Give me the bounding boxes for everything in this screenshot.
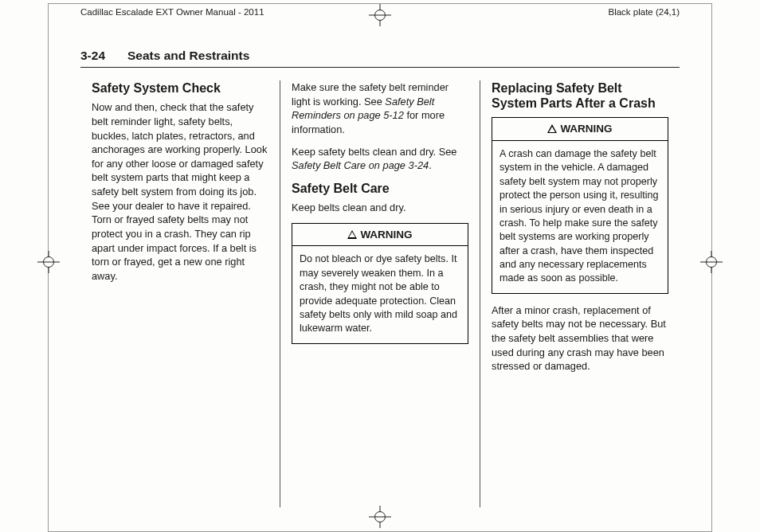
warning-icon [547,124,557,133]
register-mark-right [700,251,723,276]
warning-box: WARNING Do not bleach or dye safety belt… [292,223,468,344]
register-mark-bottom [369,506,391,531]
page-content: 3-24 Seats and Restraints Safety System … [80,49,680,507]
body-text: Now and then, check that the safety belt… [92,100,268,284]
body-text: Keep safety belts clean and dry. See Saf… [292,145,468,173]
running-head: 3-24 Seats and Restraints [80,49,680,68]
column-3: Replacing Safety Belt System Parts After… [480,80,680,507]
body-text: After a minor crash, replacement of safe… [492,303,668,374]
body-text: Keep belts clean and dry. [292,201,468,215]
section-title: Seats and Restraints [127,49,249,63]
heading-safety-system-check: Safety System Check [92,80,268,96]
cross-reference: Safety Belt Care on page 3‑24 [292,159,429,171]
warning-header: WARNING [492,118,668,141]
warning-body: Do not bleach or dye safety belts. It ma… [292,246,468,342]
warning-body: A crash can damage the safety belt syste… [492,141,668,293]
print-header: Cadillac Escalade EXT Owner Manual - 201… [49,4,711,17]
header-right: Black plate (24,1) [609,7,680,17]
warning-icon [347,230,357,239]
warning-header: WARNING [292,224,468,247]
body-text: Make sure the safety belt reminder light… [292,80,468,137]
text-run: . [429,159,432,171]
columns: Safety System Check Now and then, check … [80,80,680,507]
register-mark-left [37,251,60,276]
page-number: 3-24 [80,49,105,63]
text-run: Keep safety belts clean and dry. See [292,146,457,158]
heading-safety-belt-care: Safety Belt Care [292,181,468,196]
column-2: Make sure the safety belt reminder light… [280,80,480,507]
column-1: Safety System Check Now and then, check … [80,80,280,507]
register-mark-top [369,4,391,28]
warning-label: WARNING [360,229,412,241]
header-left: Cadillac Escalade EXT Owner Manual - 201… [80,7,264,17]
warning-box: WARNING A crash can damage the safety be… [492,117,668,293]
page-frame: Cadillac Escalade EXT Owner Manual - 201… [48,3,712,532]
heading-replacing-parts: Replacing Safety Belt System Parts After… [492,80,668,111]
warning-label: WARNING [560,123,612,135]
